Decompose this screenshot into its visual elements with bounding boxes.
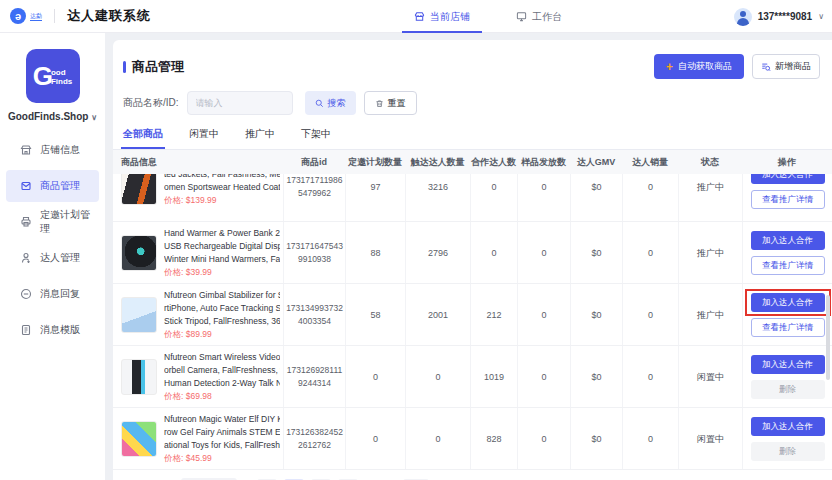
table-row: ted Jackets, Fall Fashness, Men Women Sp…	[113, 174, 832, 222]
status-badge: 推广中	[679, 222, 742, 283]
product-id: 1731263824522612762	[284, 408, 345, 469]
col-coop-count: 合作达人数	[470, 150, 517, 174]
divider	[54, 9, 55, 23]
search-list-icon	[761, 62, 771, 72]
sidebar: G ood Finds GoodFinds.Shop ∨ 店铺信息 商品管理 定…	[0, 33, 105, 480]
user-phone: 137****9081	[758, 11, 813, 22]
product-image	[121, 174, 157, 205]
cell-plan-count: 88	[346, 222, 405, 283]
col-sales: 达人销量	[622, 150, 678, 174]
shop-logo-g: G	[33, 63, 53, 89]
secondary-action-button[interactable]: 删除	[751, 380, 825, 399]
col-actions: 操作	[742, 150, 832, 174]
status-tabs: 全部商品 闲置中 推广中 下架中	[113, 115, 832, 150]
shop-logo: G ood Finds	[26, 49, 80, 103]
table-row: Nfutreon Magic Water Elf DIY Kit Grow Ge…	[113, 408, 832, 470]
table-header: 商品信息 商品id 定邀计划数量 触达达人数量 合作达人数 样品发放数 达人GM…	[113, 150, 832, 174]
shop-logo-bottom: Finds	[51, 77, 72, 86]
cell-reach-count: 2796	[406, 222, 470, 283]
join-cooperation-button[interactable]: 加入达人合作	[751, 355, 825, 374]
chevron-down-icon: ∨	[91, 113, 97, 122]
col-gmv: 达人GMV	[570, 150, 622, 174]
search-button[interactable]: 搜索	[305, 91, 356, 115]
sidebar-item-message-reply[interactable]: 消息回复	[6, 278, 99, 310]
cell-plan-count: 0	[346, 408, 405, 469]
search-label: 商品名称/ID:	[123, 96, 179, 110]
product-name: Hand Warmer & Power Bank 2 in 1USB Recha…	[164, 227, 280, 266]
secondary-action-button[interactable]: 查看推广详情	[751, 190, 825, 209]
col-sample-count: 样品发放数	[517, 150, 570, 174]
top-nav: 当前店铺 工作台	[408, 0, 568, 33]
shop-name: GoodFinds.Shop	[8, 111, 89, 122]
sidebar-item-shop-info[interactable]: 店铺信息	[6, 134, 99, 166]
join-cooperation-button[interactable]: 加入达人合作	[751, 417, 825, 436]
table-body: ted Jackets, Fall Fashness, Men Women Sp…	[113, 174, 832, 470]
cell-sales: 0	[623, 174, 678, 218]
pagination: 共 19 条数据 10条/页 ∨ ‹ 1 2 › 跳至 页	[113, 470, 832, 480]
reset-button[interactable]: 重置	[364, 91, 417, 115]
product-price: 价格: $89.99	[164, 328, 280, 341]
sidebar-item-invite-plan[interactable]: 定邀计划管理	[6, 206, 99, 238]
tab-delisted[interactable]: 下架中	[301, 127, 331, 149]
join-cooperation-button[interactable]: 加入达人合作	[751, 231, 825, 250]
plus-icon: +	[666, 60, 673, 74]
product-id: 1731716475439910938	[284, 222, 345, 283]
cell-sample-count: 0	[518, 346, 570, 407]
main-panel: 商品管理 + 自动获取商品 新增商品 商品名称/ID: 搜索 重置 全部商品 闲…	[113, 40, 832, 480]
user-menu[interactable]: 137****9081 ∨	[734, 0, 824, 33]
product-id: 1731717119865479962	[284, 174, 345, 218]
join-cooperation-button[interactable]: 加入达人合作	[751, 293, 825, 312]
sidebar-item-label: 店铺信息	[40, 143, 80, 157]
product-name: ted Jackets, Fall Fashness, Men Women Sp…	[164, 174, 280, 194]
tab-all-products[interactable]: 全部商品	[123, 127, 163, 149]
col-product-info: 商品信息	[113, 150, 283, 174]
col-plan-count: 定邀计划数量	[345, 150, 405, 174]
product-image	[121, 235, 157, 271]
nav-current-shop[interactable]: 当前店铺	[408, 0, 476, 33]
avatar	[734, 8, 752, 26]
nav-workbench[interactable]: 工作台	[510, 0, 568, 33]
cell-coop-count: 212	[471, 284, 517, 345]
shop-logo-top: ood	[51, 68, 72, 77]
secondary-action-button[interactable]: 删除	[751, 442, 825, 461]
product-search-input[interactable]	[187, 91, 293, 115]
secondary-action-button[interactable]: 查看推广详情	[751, 318, 825, 337]
cell-reach-count: 0	[406, 346, 470, 407]
cell-plan-count: 58	[346, 284, 405, 345]
tab-idle[interactable]: 闲置中	[189, 127, 219, 149]
shop-selector[interactable]: GoodFinds.Shop ∨	[0, 111, 105, 122]
auto-fetch-label: 自动获取商品	[678, 60, 732, 73]
add-product-label: 新增商品	[775, 60, 811, 73]
cell-sales: 0	[623, 284, 678, 345]
sidebar-menu: 店铺信息 商品管理 定邀计划管理 达人管理 消息回复 消息模版	[0, 134, 105, 346]
sidebar-item-label: 商品管理	[40, 179, 80, 193]
cell-reach-count: 3216	[406, 174, 470, 218]
search-icon	[315, 99, 324, 108]
join-cooperation-button[interactable]: 加入达人合作	[751, 174, 825, 184]
product-image	[121, 297, 157, 333]
table-scrollbar[interactable]	[826, 295, 830, 380]
product-image	[121, 359, 157, 395]
sidebar-item-message-template[interactable]: 消息模版	[6, 314, 99, 346]
cell-coop-count: 0	[471, 222, 517, 283]
sidebar-item-label: 达人管理	[40, 251, 80, 265]
template-icon	[20, 324, 32, 336]
product-price: 价格: $69.98	[164, 390, 280, 403]
cell-sales: 0	[623, 222, 678, 283]
reset-button-label: 重置	[388, 97, 406, 110]
auto-fetch-products-button[interactable]: + 自动获取商品	[654, 54, 744, 79]
cell-plan-count: 0	[346, 346, 405, 407]
chevron-down-icon: ∨	[818, 12, 824, 21]
cell-coop-count: 828	[471, 408, 517, 469]
add-product-button[interactable]: 新增商品	[752, 54, 820, 79]
product-price: 价格: $45.99	[164, 452, 280, 465]
cell-sample-count: 0	[518, 408, 570, 469]
store-icon	[414, 11, 425, 22]
secondary-action-button[interactable]: 查看推广详情	[751, 256, 825, 275]
app-title: 达人建联系统	[67, 7, 151, 25]
sidebar-item-talent-management[interactable]: 达人管理	[6, 242, 99, 274]
person-icon	[20, 252, 32, 264]
tab-promoting[interactable]: 推广中	[245, 127, 275, 149]
sidebar-item-product-management[interactable]: 商品管理	[6, 170, 99, 202]
title-accent-bar	[123, 61, 126, 73]
